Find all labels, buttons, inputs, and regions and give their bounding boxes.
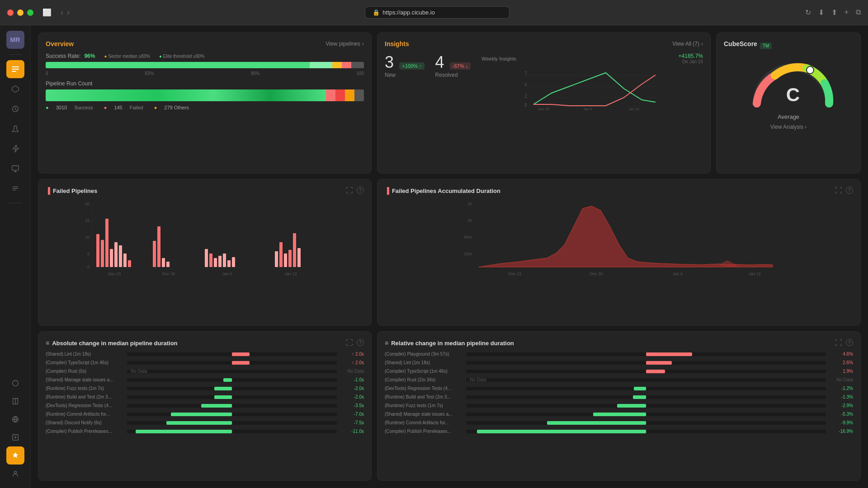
download-icon[interactable]: ⬇ xyxy=(818,8,824,17)
abs-change-rows: (Shared) Lint (1m 18s)↑ 2.0s(Compiler) T… xyxy=(46,352,364,434)
acc-help-icon[interactable]: ? xyxy=(846,187,853,194)
success-rate-row: Success Rate: 96% ● Sector median ≥83% ●… xyxy=(46,53,364,59)
list-item: (Shared) Lint (1m 18s)2.6% xyxy=(385,360,853,365)
browser-actions: ↻ ⬇ ⬆ + ⧉ xyxy=(805,8,861,17)
minimize-button[interactable] xyxy=(17,9,24,16)
svg-rect-47 xyxy=(214,258,217,267)
overview-header: Overview View pipelines › xyxy=(46,40,364,47)
maximize-button[interactable] xyxy=(27,9,33,16)
expand-icon[interactable]: ⛶ xyxy=(346,187,353,195)
sidebar-item-settings[interactable] xyxy=(6,179,24,197)
svg-rect-38 xyxy=(119,245,122,267)
cubescore-header: CubeScore TM xyxy=(724,40,772,51)
abs-change-title: ≡ Absolute change in median pipeline dur… xyxy=(46,339,178,347)
tabs-icon[interactable]: ⧉ xyxy=(856,8,861,17)
svg-rect-49 xyxy=(223,253,226,267)
list-item: (Compiler) Playground (3m 57s)4.6% xyxy=(385,352,853,357)
sidebar-item-slack[interactable] xyxy=(6,428,24,446)
sidebar-avatar[interactable]: MR xyxy=(6,31,24,49)
view-pipelines-link[interactable]: View pipelines › xyxy=(326,41,364,47)
svg-text:10: 10 xyxy=(85,235,90,239)
svg-rect-41 xyxy=(153,241,156,267)
rel-icon: ≡ xyxy=(385,339,388,347)
svg-text:20: 20 xyxy=(85,202,90,206)
svg-text:Jan 6: Jan 6 xyxy=(222,272,232,276)
resolved-badge: -67% ↓ xyxy=(450,62,471,70)
svg-text:Dec 30: Dec 30 xyxy=(162,272,175,276)
svg-rect-37 xyxy=(114,242,118,267)
svg-text:0: 0 xyxy=(87,265,90,269)
url-input[interactable]: 🔒 https://app.cicube.io xyxy=(365,6,509,19)
reload-icon[interactable]: ↻ xyxy=(805,8,811,17)
rel-expand-icon[interactable]: ⛶ xyxy=(835,339,842,347)
browser-chrome: ⬜ ‹ › 🔒 https://app.cicube.io ↻ ⬇ ⬆ + ⧉ xyxy=(0,0,868,25)
sidebar-toggle-icon[interactable]: ⬜ xyxy=(42,8,52,17)
share-icon[interactable]: ⬆ xyxy=(831,8,837,17)
address-bar: 🔒 https://app.cicube.io xyxy=(75,6,800,19)
sidebar-item-monitor[interactable] xyxy=(6,160,24,178)
rel-change-title: ≡ Relative change in median pipeline dur… xyxy=(385,339,514,347)
gauge-svg: C xyxy=(748,58,838,113)
svg-text:7: 7 xyxy=(524,71,527,76)
sidebar-item-insights[interactable] xyxy=(6,100,24,118)
sidebar-item-box[interactable] xyxy=(6,80,24,98)
rel-help-icon[interactable]: ? xyxy=(846,339,853,346)
help-icon[interactable]: ? xyxy=(357,187,364,194)
view-analysis-link[interactable]: View Analysis › xyxy=(770,124,807,130)
new-tab-icon[interactable]: + xyxy=(844,8,849,17)
svg-rect-46 xyxy=(209,253,212,267)
forward-icon[interactable]: › xyxy=(67,8,70,17)
rel-actions: ⛶ ? xyxy=(835,339,853,347)
failed-acc-chart: 1h 1h 50m 25m Dec 23 Dec 30 Jan 6 Jan 13 xyxy=(385,199,853,281)
sidebar-item-star[interactable] xyxy=(6,446,24,465)
acc-chart-actions: ⛶ ? xyxy=(835,187,853,195)
svg-rect-51 xyxy=(232,257,235,267)
weekly-insights-chart: Weekly Insights +4185.7% On Jan 15 xyxy=(481,53,703,113)
svg-text:Jan 13: Jan 13 xyxy=(284,272,297,276)
sidebar-item-profile[interactable] xyxy=(6,465,24,483)
svg-rect-57 xyxy=(297,248,301,267)
close-button[interactable] xyxy=(7,9,14,16)
insights-title: Insights xyxy=(385,40,409,47)
traffic-lights xyxy=(7,9,33,16)
sidebar-item-circle[interactable] xyxy=(6,374,24,392)
sidebar-item-lightning[interactable] xyxy=(6,140,24,158)
abs-actions: ⛶ ? xyxy=(346,339,364,347)
sidebar-item-globe[interactable] xyxy=(6,410,24,428)
back-icon[interactable]: ‹ xyxy=(61,8,63,17)
svg-rect-35 xyxy=(105,219,108,267)
svg-text:Dec 30: Dec 30 xyxy=(590,272,603,276)
svg-text:Jan 6: Jan 6 xyxy=(673,272,683,276)
sidebar-item-book[interactable] xyxy=(6,392,24,410)
list-item: (Compiler) Publish Prereleases...-11.0s xyxy=(46,429,364,434)
acc-expand-icon[interactable]: ⛶ xyxy=(835,187,842,195)
svg-rect-33 xyxy=(96,234,99,267)
svg-rect-2 xyxy=(12,71,16,72)
view-all-link[interactable]: View All (7) › xyxy=(672,41,703,47)
abs-help-icon[interactable]: ? xyxy=(357,339,364,346)
avg-label: Average xyxy=(778,113,799,120)
overview-title: Overview xyxy=(46,40,74,47)
abs-expand-icon[interactable]: ⛶ xyxy=(346,339,353,347)
sidebar-bottom xyxy=(6,374,24,483)
list-item: (Runtime) Commit Artifacts for...-9.9% xyxy=(385,420,853,425)
svg-rect-42 xyxy=(157,226,160,267)
weekly-chart-svg: 7 4 2 0 Dec 30 Jan 6 Jan 13 xyxy=(481,66,703,111)
svg-rect-56 xyxy=(293,233,296,267)
svg-rect-48 xyxy=(218,256,222,267)
list-item: (Shared) Discord Notify (6s)-7.5s xyxy=(46,420,364,425)
pipeline-run-label: Pipeline Run Count xyxy=(46,80,364,87)
list-item: (Runtime) Fuzz tests (1m 7s)-2.9% xyxy=(385,403,853,408)
sidebar-item-lab[interactable] xyxy=(6,120,24,138)
new-badge: +100% ↑ xyxy=(399,62,424,70)
abs-change-header: ≡ Absolute change in median pipeline dur… xyxy=(46,339,364,347)
main-content: Overview View pipelines › Success Rate: … xyxy=(31,25,868,488)
abs-icon: ≡ xyxy=(46,339,49,347)
failed-acc-card: ▐ Failed Pipelines Accumulated Duration … xyxy=(377,179,861,326)
svg-rect-52 xyxy=(275,251,278,267)
svg-rect-53 xyxy=(279,242,283,267)
insights-metrics: 3 +100% ↑ New 4 -67% ↓ xyxy=(385,53,703,113)
svg-text:Dec 30: Dec 30 xyxy=(538,107,550,111)
sidebar-item-pipelines[interactable] xyxy=(6,60,24,78)
svg-text:Dec 23: Dec 23 xyxy=(108,272,121,276)
